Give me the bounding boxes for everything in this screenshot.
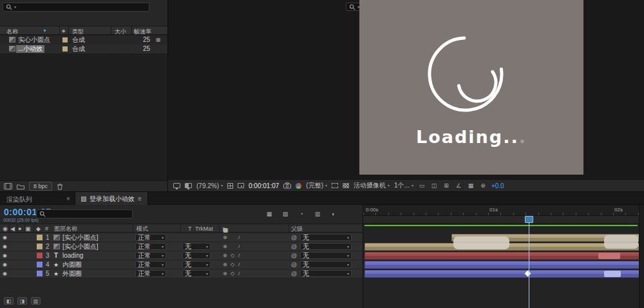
vertical-scrollbar[interactable] (639, 205, 644, 308)
tab-composition[interactable]: 登录加载小动效 ≡ (75, 192, 148, 206)
parent-select[interactable]: 无▾ (300, 270, 352, 277)
layer-row[interactable]: ◉ 4 ★ 内圆圈 正常▾ 无▾ ⊕ ◇ / @ 无▾ (0, 260, 363, 269)
layer-label-color[interactable] (37, 262, 43, 267)
project-item-row[interactable]: 实心小圆点 合成 25 ▦ (0, 35, 167, 44)
quality-switch-icon[interactable]: / (238, 270, 240, 278)
trkmat-select[interactable]: 无▾ (182, 252, 211, 259)
collapse-switch-icon[interactable]: ⊕ (223, 252, 227, 260)
magnification-select[interactable]: (79.2%)▾ (196, 182, 223, 189)
marker-strip[interactable] (363, 216, 644, 224)
parent-select[interactable]: 无▾ (300, 234, 352, 241)
blend-mode-select[interactable]: 正常▾ (135, 261, 166, 268)
ruler-angle-icon[interactable]: ∠ (455, 182, 462, 189)
layer-row[interactable]: ◉ 5 ★ 外圆圈 正常▾ 无▾ ⊕ ◇ / @ 无▾ (0, 269, 363, 278)
expand-pane-icon-1[interactable]: ◧ (4, 297, 14, 305)
effects-switch-icon[interactable]: ◇ (231, 252, 234, 260)
pickwhip-icon[interactable]: @ (291, 261, 297, 269)
project-item-row[interactable]: ...小动效 合成 25 (0, 44, 167, 53)
layer-row[interactable]: ◉ 2 [实心小圆点] 正常▾ 无▾ ⊕ / @ 无▾ (0, 242, 363, 251)
frame-blending-icon[interactable]: ▥ (314, 210, 321, 218)
layer-row[interactable]: ◉ 1 [实心小圆点] 正常▾ ⊕ / @ 无▾ (0, 233, 363, 242)
expand-pane-icon-2[interactable]: ◨ (17, 297, 27, 305)
collapse-switch-icon[interactable]: ⊕ (223, 243, 227, 251)
column-layer-name[interactable]: 图层名称 (54, 226, 77, 232)
parent-select[interactable]: 无▾ (300, 243, 352, 250)
blend-mode-select[interactable]: 正常▾ (135, 243, 166, 250)
camera-view-select[interactable]: 活动摄像机▾ (354, 181, 390, 190)
tab-render-queue[interactable]: 渲染队列 (6, 195, 32, 204)
pickwhip-icon[interactable]: @ (291, 270, 297, 278)
layer-label-color[interactable] (37, 271, 43, 276)
monitor-preview-icon[interactable] (185, 183, 192, 188)
trash-icon[interactable] (57, 183, 63, 190)
layer-visibility-toggle[interactable]: ◉ (3, 234, 7, 242)
pixel-aspect-icon[interactable]: ▭ (418, 182, 426, 189)
label-color-swatch[interactable] (62, 37, 68, 43)
quality-switch-icon[interactable]: / (238, 261, 240, 269)
trkmat-select[interactable]: 无▾ (182, 261, 211, 268)
effects-switch-icon[interactable]: ◇ (231, 261, 234, 269)
folder-icon[interactable] (17, 184, 24, 189)
quality-switch-icon[interactable]: / (238, 234, 240, 242)
pickwhip-icon[interactable]: @ (291, 234, 297, 242)
resolution-select[interactable]: (完整)▾ (306, 181, 327, 190)
exposure-value[interactable]: +0.0 (491, 182, 504, 189)
project-item-name[interactable]: 实心小圆点 (18, 36, 50, 44)
layer-visibility-toggle[interactable]: ◉ (3, 261, 7, 269)
layer-name[interactable]: loading (62, 252, 83, 260)
flowchart-icon[interactable]: ▦ (467, 182, 475, 189)
shy-layers-icon[interactable]: ◔ (298, 210, 305, 218)
layer-label-color[interactable] (37, 253, 43, 258)
grid-guides-icon[interactable] (227, 183, 233, 189)
fast-preview-icon[interactable]: ◫ (430, 182, 438, 189)
monitor-icon[interactable] (173, 183, 180, 188)
safe-margins-icon[interactable] (238, 183, 244, 188)
label-color-swatch[interactable] (62, 46, 68, 52)
trkmat-select[interactable]: 无▾ (182, 270, 211, 277)
project-item-name-selected[interactable]: ...小动效 (16, 45, 44, 53)
motion-blur-icon[interactable]: ◐ (330, 210, 337, 218)
region-of-interest-icon[interactable] (332, 183, 338, 188)
panel-menu-icon[interactable]: ≡ (138, 195, 142, 202)
exposure-gear-icon[interactable]: ⊛ (479, 182, 487, 189)
time-ruler[interactable]: 0:00s 01s 02s (363, 205, 644, 216)
bit-depth-button[interactable]: 8 bpc (29, 182, 52, 191)
expand-pane-icon-3[interactable]: ▥ (31, 297, 41, 305)
trkmat-select[interactable]: 无▾ (182, 243, 211, 250)
layer-label-color[interactable] (37, 244, 43, 249)
layer-visibility-toggle[interactable]: ◉ (3, 243, 7, 251)
pickwhip-icon[interactable]: @ (291, 243, 297, 251)
column-trkmat[interactable]: TrkMat (195, 226, 213, 232)
quality-switch-icon[interactable]: / (238, 252, 240, 260)
collapse-switch-icon[interactable]: ⊕ (223, 270, 227, 278)
composition-canvas[interactable]: Loading... (359, 0, 583, 175)
layer-name[interactable]: [实心小圆点] (62, 234, 99, 242)
blend-mode-select[interactable]: 正常▾ (135, 252, 166, 259)
current-time-indicator-line[interactable] (529, 216, 529, 308)
collapse-switch-icon[interactable]: ⊕ (223, 261, 227, 269)
show-channel-icon[interactable] (296, 183, 301, 189)
mini-flowchart-icon[interactable]: ▦ (265, 210, 273, 218)
view-layout-select[interactable]: 1个...▾ (394, 181, 413, 190)
quality-switch-icon[interactable]: / (238, 243, 240, 251)
layer-name[interactable]: 内圆圈 (62, 261, 82, 269)
layer-label-color[interactable] (37, 235, 43, 240)
parent-select[interactable]: 无▾ (300, 252, 352, 259)
blend-mode-select[interactable]: 正常▾ (135, 234, 166, 241)
blend-mode-select[interactable]: 正常▾ (135, 270, 166, 277)
preview-time[interactable]: 0:00:01:07 (249, 182, 279, 189)
layer-name[interactable]: [实心小圆点] (62, 243, 99, 251)
collapse-switch-icon[interactable]: ⊕ (223, 234, 227, 242)
layer-name[interactable]: 外圆圈 (62, 270, 82, 278)
layer-bar[interactable] (365, 270, 639, 278)
close-tab-icon[interactable]: × (66, 195, 70, 202)
snapshot-camera-icon[interactable] (283, 182, 291, 189)
layer-visibility-toggle[interactable]: ◉ (3, 270, 7, 278)
draft-3d-icon[interactable]: ▧ (281, 210, 289, 218)
film-icon[interactable] (4, 183, 12, 189)
pickwhip-icon[interactable]: @ (291, 252, 297, 260)
sort-arrow-icon[interactable]: ▼ (43, 28, 47, 33)
transparency-grid-icon[interactable] (343, 183, 349, 188)
column-parent[interactable]: 父级 (291, 226, 303, 232)
layer-visibility-toggle[interactable]: ◉ (3, 252, 7, 260)
